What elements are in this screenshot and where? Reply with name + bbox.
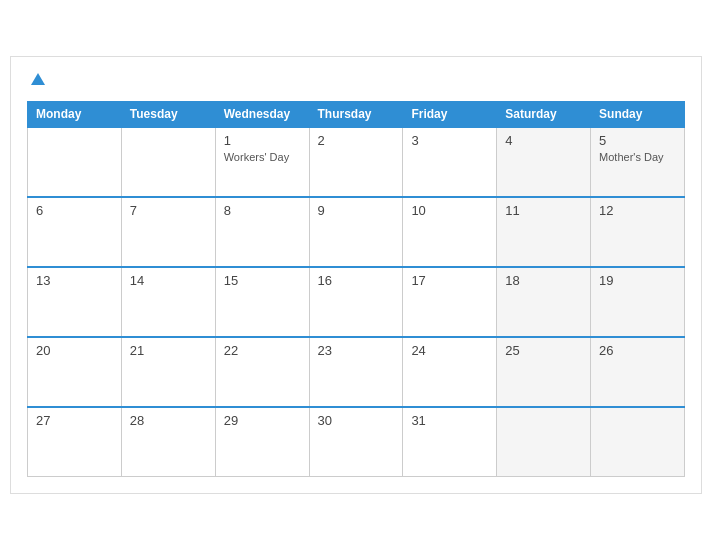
day-number: 1 [224, 133, 301, 148]
calendar-tbody: 1Workers' Day2345Mother's Day67891011121… [28, 127, 685, 477]
calendar-thead: MondayTuesdayWednesdayThursdayFridaySatu… [28, 101, 685, 127]
calendar-day-cell: 30 [309, 407, 403, 477]
calendar-day-cell: 20 [28, 337, 122, 407]
weekday-header-cell: Saturday [497, 101, 591, 127]
holiday-label: Workers' Day [224, 151, 289, 163]
calendar-day-cell: 31 [403, 407, 497, 477]
day-number: 31 [411, 413, 488, 428]
calendar-day-cell: 24 [403, 337, 497, 407]
calendar-day-cell: 28 [121, 407, 215, 477]
weekday-header-cell: Monday [28, 101, 122, 127]
day-number: 23 [318, 343, 395, 358]
day-number: 12 [599, 203, 676, 218]
day-number: 14 [130, 273, 207, 288]
day-number: 28 [130, 413, 207, 428]
calendar-day-cell: 2 [309, 127, 403, 197]
calendar-day-cell [591, 407, 685, 477]
weekday-header-cell: Friday [403, 101, 497, 127]
calendar-day-cell: 12 [591, 197, 685, 267]
weekday-header-cell: Tuesday [121, 101, 215, 127]
day-number: 15 [224, 273, 301, 288]
day-number: 8 [224, 203, 301, 218]
calendar-day-cell [121, 127, 215, 197]
day-number: 25 [505, 343, 582, 358]
calendar-week-row: 1Workers' Day2345Mother's Day [28, 127, 685, 197]
calendar-day-cell: 25 [497, 337, 591, 407]
day-number: 19 [599, 273, 676, 288]
calendar-day-cell: 6 [28, 197, 122, 267]
calendar-header [27, 73, 685, 85]
day-number: 18 [505, 273, 582, 288]
logo [27, 73, 45, 85]
day-number: 22 [224, 343, 301, 358]
day-number: 9 [318, 203, 395, 218]
day-number: 10 [411, 203, 488, 218]
calendar-day-cell: 29 [215, 407, 309, 477]
calendar-day-cell: 9 [309, 197, 403, 267]
weekday-header-cell: Sunday [591, 101, 685, 127]
logo-triangle-icon [31, 73, 45, 85]
calendar-day-cell: 10 [403, 197, 497, 267]
calendar-day-cell: 7 [121, 197, 215, 267]
calendar-week-row: 13141516171819 [28, 267, 685, 337]
day-number: 16 [318, 273, 395, 288]
calendar-week-row: 2728293031 [28, 407, 685, 477]
calendar-day-cell: 22 [215, 337, 309, 407]
day-number: 3 [411, 133, 488, 148]
day-number: 11 [505, 203, 582, 218]
calendar-day-cell: 5Mother's Day [591, 127, 685, 197]
calendar-day-cell: 11 [497, 197, 591, 267]
day-number: 20 [36, 343, 113, 358]
calendar-day-cell: 15 [215, 267, 309, 337]
calendar-day-cell: 13 [28, 267, 122, 337]
calendar-day-cell: 27 [28, 407, 122, 477]
day-number: 4 [505, 133, 582, 148]
weekday-header-cell: Thursday [309, 101, 403, 127]
day-number: 13 [36, 273, 113, 288]
calendar-day-cell: 21 [121, 337, 215, 407]
day-number: 29 [224, 413, 301, 428]
calendar-day-cell [28, 127, 122, 197]
day-number: 27 [36, 413, 113, 428]
day-number: 26 [599, 343, 676, 358]
calendar-day-cell: 26 [591, 337, 685, 407]
day-number: 24 [411, 343, 488, 358]
calendar-day-cell: 14 [121, 267, 215, 337]
calendar-day-cell: 8 [215, 197, 309, 267]
calendar-container: MondayTuesdayWednesdayThursdayFridaySatu… [10, 56, 702, 495]
calendar-day-cell: 18 [497, 267, 591, 337]
calendar-week-row: 6789101112 [28, 197, 685, 267]
day-number: 2 [318, 133, 395, 148]
calendar-day-cell: 1Workers' Day [215, 127, 309, 197]
calendar-day-cell: 19 [591, 267, 685, 337]
calendar-table: MondayTuesdayWednesdayThursdayFridaySatu… [27, 101, 685, 478]
day-number: 17 [411, 273, 488, 288]
weekday-header-cell: Wednesday [215, 101, 309, 127]
holiday-label: Mother's Day [599, 151, 663, 163]
day-number: 6 [36, 203, 113, 218]
calendar-day-cell: 3 [403, 127, 497, 197]
calendar-day-cell: 4 [497, 127, 591, 197]
day-number: 21 [130, 343, 207, 358]
calendar-day-cell [497, 407, 591, 477]
calendar-day-cell: 16 [309, 267, 403, 337]
day-number: 5 [599, 133, 676, 148]
calendar-day-cell: 17 [403, 267, 497, 337]
day-number: 30 [318, 413, 395, 428]
calendar-week-row: 20212223242526 [28, 337, 685, 407]
weekday-header-row: MondayTuesdayWednesdayThursdayFridaySatu… [28, 101, 685, 127]
day-number: 7 [130, 203, 207, 218]
calendar-day-cell: 23 [309, 337, 403, 407]
